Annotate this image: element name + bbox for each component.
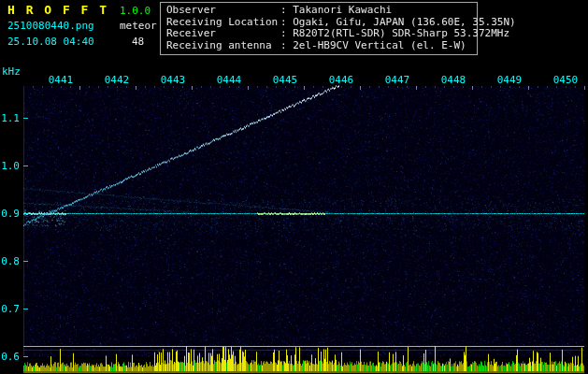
- y-tick-label: 1.1: [0, 112, 20, 124]
- x-tick-label: 0443: [161, 74, 186, 86]
- x-tick-label: 0441: [49, 74, 74, 86]
- info-label: Receiving antenna: [166, 40, 280, 52]
- info-colon: :: [280, 16, 293, 28]
- echo-count: 48: [132, 36, 144, 48]
- y-tick-label: 0.7: [0, 303, 20, 315]
- info-value: 2el-HB9CV Vertical (el. E-W): [293, 39, 466, 51]
- x-tick-label: 0450: [553, 74, 579, 86]
- spectrogram-canvas: [0, 0, 588, 374]
- x-tick-label: 0444: [217, 74, 242, 86]
- x-tick-label: 0446: [329, 74, 354, 86]
- station-info-box: Observer: Takanori KawachiReceiving Loca…: [160, 2, 478, 55]
- y-tick-label: 1.0: [0, 160, 20, 172]
- x-tick-label: 0448: [441, 74, 466, 86]
- session-datetime: 25.10.08 04:40: [7, 36, 94, 48]
- x-tick-label: 0447: [385, 74, 410, 86]
- y-tick-label: 0.9: [0, 208, 20, 220]
- output-filename: 2510080440.png: [7, 20, 94, 32]
- y-tick-label: 0.6: [0, 351, 20, 363]
- app-version: 1.0.0: [120, 5, 151, 17]
- station-info-row: Receiving antenna: 2el-HB9CV Vertical (e…: [166, 40, 477, 52]
- x-tick-label: 0449: [497, 74, 523, 86]
- info-colon: :: [280, 39, 293, 51]
- info-value: R820T2(RTL-SDR) SDR-Sharp 53.372MHz: [293, 27, 509, 39]
- y-axis-unit-label: kHz: [2, 65, 21, 78]
- info-colon: :: [280, 4, 293, 16]
- app-title: H R O F F T: [7, 3, 108, 17]
- hrofft-window: H R O F F T 1.0.0 2510080440.png meteor …: [0, 0, 588, 374]
- info-value: Ogaki, Gifu, JAPAN (136.60E, 35.35N): [293, 16, 515, 28]
- x-tick-label: 0442: [105, 74, 130, 86]
- info-colon: :: [280, 27, 293, 39]
- mode-label: meteor: [120, 20, 157, 32]
- x-tick-label: 0445: [273, 74, 298, 86]
- y-tick-label: 0.8: [0, 255, 20, 267]
- info-label: Observer: [166, 5, 280, 17]
- info-label: Receiver: [166, 28, 280, 40]
- info-value: Takanori Kawachi: [293, 4, 392, 16]
